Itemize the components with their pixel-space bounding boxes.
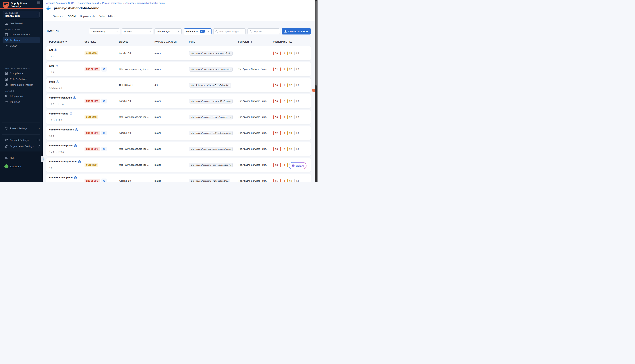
- scrollbar-thumb[interactable]: [315, 1, 317, 86]
- sidebar-item-label: Get Started: [10, 22, 23, 25]
- sidebar-footer: ? Help L Lavakush: [0, 152, 43, 182]
- breadcrumb-current[interactable]: pranaycshah/todolist-demo: [137, 2, 165, 4]
- sidebar-item-label: Help: [10, 157, 15, 160]
- table-row[interactable]: commons-compress 1.4.1 → 1.28.0 END OF L…: [46, 142, 311, 156]
- purl-chip[interactable]: pkg:maven/org.apache.avro/avro@1…: [189, 67, 233, 72]
- sidebar-item-rule-definitions[interactable]: Rule Definitions: [0, 77, 43, 82]
- sidebar-item-project-settings[interactable]: Project Settings ›: [0, 126, 43, 131]
- docker-icon: [46, 6, 52, 10]
- purl-chip[interactable]: pkg:maven/org.apache.commons/com…: [189, 147, 233, 151]
- info-icon[interactable]: [38, 139, 40, 141]
- dependency-name: commons-collections: [49, 128, 74, 131]
- sidebar-item-code-repositories[interactable]: Code Repositories: [0, 32, 43, 37]
- breadcrumb-project[interactable]: Project: pranay-test: [102, 2, 122, 4]
- package-manager-cell: maven: [154, 126, 161, 140]
- sidebar-item-account-settings[interactable]: Account Settings: [0, 138, 43, 142]
- supplier-cell: The Apache Software Foun…: [238, 142, 268, 156]
- sidebar-item-compliance[interactable]: Compliance: [0, 71, 43, 76]
- medium-count: M0: [289, 100, 293, 102]
- supplier-input[interactable]: [253, 30, 276, 33]
- sidebar-item-label: CI/CD: [10, 44, 17, 47]
- table-row[interactable]: commons-configuration 1.6 OUTDATED http-…: [46, 158, 311, 172]
- high-count: H0: [282, 164, 285, 166]
- filter-dependency[interactable]: Dependency: [89, 28, 120, 34]
- sidebar-item-cicd[interactable]: CI/CD: [0, 43, 43, 48]
- oss-risk-badge: END OF LIFE: [85, 179, 100, 182]
- breadcrumb: Account: Automation-SSCA › Organization:…: [46, 2, 165, 4]
- oss-risk-more[interactable]: +1: [101, 178, 107, 182]
- sidebar-item-organization-settings[interactable]: Organization Settings: [0, 144, 43, 148]
- low-count: L1: [296, 116, 300, 118]
- sidebar-item-artifacts[interactable]: Artifacts: [0, 38, 43, 42]
- oss-risk-more[interactable]: +1: [101, 146, 107, 151]
- breadcrumb-artifacts[interactable]: Artifacts: [125, 2, 134, 4]
- chevron-right-icon: ›: [39, 127, 40, 130]
- table-row[interactable]: commons-beanutils 1.8.3 → 1.11.0 END OF …: [46, 94, 311, 108]
- filter-oss-risks[interactable]: OSS Risks 01: [184, 28, 212, 34]
- purl-chip[interactable]: pkg:deb/ubuntu/bash@5.1-6ubuntu1: [189, 83, 231, 88]
- oss-risk-more[interactable]: +1: [101, 131, 107, 136]
- medium-count: M1: [289, 52, 293, 55]
- breadcrumb-account[interactable]: Account: Automation-SSCA: [46, 2, 74, 4]
- sidebar-item-get-started[interactable]: Get Started: [0, 21, 43, 26]
- page-scrollbar[interactable]: [315, 0, 317, 182]
- sidebar-item-remediation-tracker[interactable]: Remediation Tracker: [0, 82, 43, 87]
- purl-chip[interactable]: pkg:maven/commons-codec/commons-…: [189, 115, 233, 120]
- medium-count: M0: [289, 84, 293, 86]
- critical-count: C0: [275, 100, 278, 102]
- tab-overview[interactable]: Overview: [53, 15, 63, 20]
- ask-ai-button[interactable]: Ask AI: [289, 162, 306, 169]
- table-row[interactable]: ant 1.6.5 OUTDATED Apache-2.0 maven pkg:…: [46, 46, 311, 60]
- tab-vulnerabilities[interactable]: Vulnerabilities: [99, 15, 115, 20]
- package-manager-cell: deb: [154, 78, 158, 92]
- critical-count: C2: [275, 132, 278, 134]
- project-selector[interactable]: PROJECT pranay-test ›: [3, 11, 40, 18]
- table-row[interactable]: commons-fileupload END OF LIFE +1 Apache…: [46, 174, 311, 182]
- sidebar-item-pipelines[interactable]: Pipelines: [0, 100, 43, 104]
- oss-risk-more[interactable]: +1: [101, 67, 107, 72]
- chevron-down-icon: [208, 30, 210, 32]
- purl-chip[interactable]: pkg:maven/commons-beanutils/comm…: [189, 99, 233, 104]
- sidebar-item-integrations[interactable]: Integrations: [0, 94, 43, 98]
- col-header-supplier[interactable]: SUPPLIER: [238, 41, 252, 43]
- col-header-dependency[interactable]: DEPENDENCY: [49, 41, 67, 43]
- info-icon[interactable]: [38, 145, 40, 148]
- critical-count: C1: [275, 68, 278, 71]
- app-logo-row[interactable]: Supply Chain Security: [3, 2, 40, 8]
- page-title: pranaycshah/todolist-demo: [54, 6, 99, 10]
- package-manager-input[interactable]: [219, 30, 242, 33]
- purl-chip[interactable]: pkg:maven/commons-fileupload/c…: [189, 179, 230, 182]
- sidebar: Supply Chain Security PROJECT pranay-tes…: [0, 0, 43, 182]
- dependency-name: commons-configuration: [49, 160, 77, 163]
- oss-risk-more[interactable]: +1: [101, 99, 107, 104]
- critical-count: C0: [275, 116, 278, 118]
- table-row[interactable]: avro 1.7.7 END OF LIFE +1 http---www.apa…: [46, 62, 311, 76]
- table-row[interactable]: commons-collections 3.2.1 END OF LIFE +1…: [46, 126, 311, 140]
- purl-chip[interactable]: pkg:maven/commons-configuration/…: [189, 163, 233, 167]
- purl-chip[interactable]: pkg:maven/commons-collections/co…: [189, 131, 233, 136]
- section-label-risk-compliance: RISK AND COMPLIANCE: [5, 67, 30, 69]
- supplier-cell: The Apache Software Foun…: [238, 158, 268, 172]
- purl-chip[interactable]: pkg:maven/org.apache.ant/ant@1.6…: [189, 51, 233, 56]
- license-cell: Apache-2.0: [119, 174, 131, 182]
- sidebar-collapse-handle[interactable]: ◀: [41, 156, 45, 162]
- app-title: Supply Chain Security: [11, 2, 27, 8]
- sidebar-item-label: Remediation Tracker: [10, 84, 33, 86]
- user-menu[interactable]: L Lavakush: [0, 164, 43, 169]
- table-row[interactable]: commons-codec 1.6 → 1.19.0 OUTDATED http…: [46, 110, 311, 124]
- license-cell: http---www.apache.org-lice…: [119, 62, 149, 76]
- dependency-version: 3.2.1: [49, 135, 54, 138]
- tab-deployments[interactable]: Deployments: [80, 15, 95, 20]
- filter-license[interactable]: License: [122, 28, 153, 34]
- chevron-down-icon: [149, 30, 151, 32]
- tab-sbom[interactable]: SBOM: [68, 15, 76, 20]
- critical-count: C0: [275, 164, 278, 166]
- breadcrumb-organization[interactable]: Organization: default: [78, 2, 99, 4]
- license-cell: Apache-2.0: [119, 126, 131, 140]
- table-row[interactable]: bash 5.1-6ubuntu1 - GPL-3.0-only deb pkg…: [46, 78, 311, 92]
- download-sbom-button[interactable]: Download SBOM: [282, 28, 311, 34]
- filter-image-layer[interactable]: Image Layer: [154, 28, 181, 34]
- sidebar-item-help[interactable]: ? Help: [0, 156, 43, 160]
- module-grid-icon[interactable]: [37, 1, 40, 4]
- col-header-vulnerabilities: VULNERABILITIES: [273, 41, 292, 43]
